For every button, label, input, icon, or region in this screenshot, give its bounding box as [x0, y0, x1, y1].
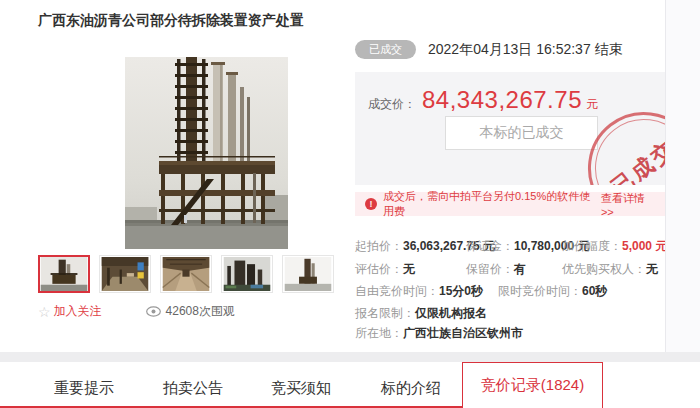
field-priority-buyer: 优先购买权人：无 — [562, 261, 658, 278]
add-favorite-label: 加入关注 — [54, 303, 102, 320]
industrial-tower-photo — [125, 57, 288, 249]
lot-sold-button[interactable]: 本标的已成交 — [445, 116, 598, 150]
tab-lot-introduction[interactable]: 标的介绍 — [381, 379, 441, 398]
field-increment: 加价幅度：5,000 元 — [562, 238, 667, 255]
fee-notice-text: 成交后，需向中拍平台另付0.15%的软件使用费 — [383, 189, 601, 219]
field-location: 所在地：广西壮族自治区钦州市 — [355, 325, 523, 342]
deal-price-value: 84,343,267.75 — [422, 86, 582, 114]
page-title: 广西东油沥青公司部分待拆除装置资产处置 — [38, 12, 304, 30]
end-time: 2022年04月13日 16:52:37 结束 — [428, 41, 623, 59]
main-photo[interactable] — [125, 57, 288, 249]
thumbnail-strip — [38, 255, 334, 293]
thumbnail-dark-towers[interactable] — [221, 255, 273, 293]
tab-auction-announcement[interactable]: 拍卖公告 — [163, 379, 223, 398]
exclamation-icon: ! — [365, 198, 377, 210]
add-favorite-button[interactable]: ☆ 加入关注 — [38, 303, 102, 320]
deal-price-unit: 元 — [586, 96, 598, 113]
thumbnail-interior[interactable] — [99, 255, 151, 293]
status-row: 已成交 2022年04月13日 16:52:37 结束 — [355, 40, 623, 59]
field-free-bid-time: 自由竞价时间：15分0秒 — [355, 283, 483, 300]
deal-price-label: 成交价： — [368, 96, 416, 113]
view-count: 42608次围观 — [146, 303, 235, 320]
eye-icon — [146, 306, 161, 317]
tab-bar: 重要提示 拍卖公告 竞买须知 标的介绍 竞价记录(1824) — [0, 362, 700, 408]
thumbnail-tower-white[interactable] — [282, 255, 334, 293]
auction-detail-page: 广西东油沥青公司部分待拆除装置资产处置 — [0, 0, 700, 408]
deal-panel: 成交价： 84,343,267.75 元 本标的已成交 已成交 — [355, 72, 665, 185]
star-icon: ☆ — [38, 305, 51, 319]
field-registration: 报名限制：仅限机构报名 — [355, 305, 487, 322]
sold-stamp-text: 已成交 — [605, 133, 665, 185]
fee-notice-banner: ! 成交后，需向中拍平台另付0.15%的软件使用费 查看详情>> — [355, 192, 665, 216]
tab-bidder-instructions[interactable]: 竞买须知 — [271, 379, 331, 398]
field-limited-bid-time: 限时竞价时间：60秒 — [498, 283, 607, 300]
field-reserve: 保留价：有 — [466, 261, 526, 278]
tab-bidding-records-active[interactable]: 竞价记录(1824) — [462, 362, 603, 408]
field-appraisal: 评估价：无 — [355, 261, 415, 278]
view-count-text: 42608次围观 — [166, 303, 235, 320]
status-badge: 已成交 — [355, 40, 416, 59]
follow-row: ☆ 加入关注 42608次围观 — [38, 303, 235, 320]
thumbnail-warehouse[interactable] — [160, 255, 212, 293]
deal-price-row: 成交价： 84,343,267.75 元 — [368, 86, 598, 114]
thumbnail-tower-selected[interactable] — [38, 255, 90, 293]
section-separator — [0, 352, 700, 362]
tab-important-notice[interactable]: 重要提示 — [54, 379, 114, 398]
fee-notice-details-link[interactable]: 查看详情>> — [601, 191, 655, 218]
right-gutter — [666, 0, 700, 352]
